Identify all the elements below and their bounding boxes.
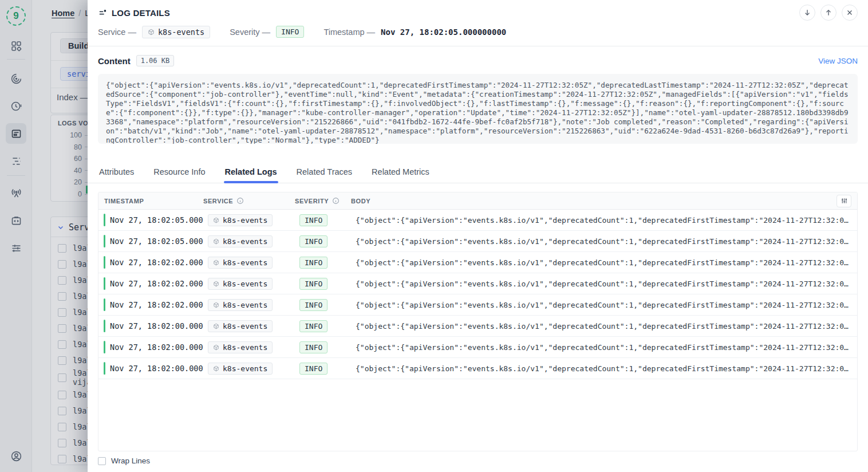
content-heading: Content [98, 56, 131, 66]
row-timestamp: Nov 27, 18:02:05.000 [110, 237, 208, 246]
cube-icon [213, 365, 219, 372]
column-sliders-icon [841, 197, 848, 204]
wrap-lines-label: Wrap Lines [111, 457, 150, 465]
cube-icon [213, 302, 219, 308]
row-body: {"object":{"apiVersion":"events.k8s.io/v… [356, 216, 857, 225]
row-body: {"object":{"apiVersion":"events.k8s.io/v… [356, 343, 857, 352]
timestamp-meta-label: Timestamp — [323, 27, 375, 37]
table-row[interactable]: Nov 27, 18:02:00.000 k8s-events INFO {"o… [98, 358, 857, 379]
row-body: {"object":{"apiVersion":"events.k8s.io/v… [356, 258, 857, 267]
severity-meta-label: Severity — [230, 27, 270, 37]
severity-badge: INFO [299, 214, 328, 226]
tab-related-logs[interactable]: Related Logs [224, 163, 278, 183]
row-body: {"object":{"apiVersion":"events.k8s.io/v… [356, 364, 857, 373]
row-timestamp: Nov 27, 18:02:00.000 [110, 343, 208, 352]
column-header-severity[interactable]: SEVERITY [295, 197, 351, 204]
severity-badge: INFO [299, 257, 328, 269]
cube-icon [148, 29, 155, 36]
close-drawer-button[interactable] [842, 5, 858, 21]
service-badge[interactable]: k8s-events [208, 363, 273, 375]
service-badge[interactable]: k8s-events [208, 299, 273, 311]
drawer-header: LOG DETAILS Service — k8s-events [88, 0, 868, 46]
service-badge[interactable]: k8s-events [208, 214, 273, 226]
table-row[interactable]: Nov 27, 18:02:00.000 k8s-events INFO {"o… [98, 316, 857, 337]
row-severity-cell: INFO [299, 320, 356, 332]
table-row[interactable]: Nov 27, 18:02:00.000 k8s-events INFO {"o… [98, 337, 857, 358]
severity-indicator-bar [104, 256, 105, 269]
service-badge[interactable]: k8s-events [208, 235, 273, 247]
table-row[interactable]: Nov 27, 18:02:02.000 k8s-events INFO {"o… [98, 273, 857, 294]
table-body: Nov 27, 18:02:05.000 k8s-events INFO {"o… [98, 210, 857, 379]
row-severity-cell: INFO [299, 214, 356, 226]
drawer-footer: Wrap Lines [88, 451, 868, 472]
severity-indicator-bar [104, 298, 105, 311]
arrow-up-icon [824, 9, 833, 17]
column-header-service[interactable]: SERVICE [203, 197, 295, 204]
service-badge[interactable]: k8s-events [208, 320, 273, 332]
content-size-badge: 1.06 KB [136, 55, 175, 66]
row-timestamp: Nov 27, 18:02:00.000 [110, 321, 208, 331]
row-severity-cell: INFO [299, 235, 356, 247]
column-header-timestamp[interactable]: TIMESTAMP [98, 198, 203, 204]
view-json-link[interactable]: View JSON [818, 57, 858, 65]
table-header-row: TIMESTAMP SERVICE SEVERITY BODY [98, 192, 857, 210]
column-settings-button[interactable] [837, 195, 851, 207]
service-badge[interactable]: k8s-events [208, 341, 273, 353]
severity-indicator-bar [104, 320, 105, 332]
drawer-title-group: LOG DETAILS [98, 8, 170, 18]
row-severity-cell: INFO [299, 341, 356, 353]
log-details-icon [98, 8, 108, 18]
table-row[interactable]: Nov 27, 18:02:05.000 k8s-events INFO {"o… [98, 231, 857, 252]
next-log-button[interactable] [799, 5, 815, 21]
row-body: {"object":{"apiVersion":"events.k8s.io/v… [356, 301, 857, 309]
cube-icon [213, 217, 219, 223]
log-body-content[interactable]: {"object":{"apiVersion":"events.k8s.io/v… [98, 74, 858, 144]
row-service-cell: k8s-events [208, 363, 299, 375]
row-timestamp: Nov 27, 18:02:05.000 [110, 215, 208, 225]
close-icon [846, 9, 854, 17]
severity-indicator-bar [104, 341, 105, 353]
related-logs-table: TIMESTAMP SERVICE SEVERITY BODY Nov 27, … [98, 192, 858, 451]
row-service-cell: k8s-events [208, 341, 299, 353]
table-row[interactable]: Nov 27, 18:02:02.000 k8s-events INFO {"o… [98, 252, 857, 273]
row-service-cell: k8s-events [208, 257, 299, 269]
arrow-down-icon [803, 9, 811, 17]
service-badge[interactable]: k8s-events [142, 26, 210, 38]
row-timestamp: Nov 27, 18:02:02.000 [110, 258, 208, 267]
row-service-cell: k8s-events [208, 214, 299, 226]
row-body: {"object":{"apiVersion":"events.k8s.io/v… [356, 237, 857, 246]
row-timestamp: Nov 27, 18:02:02.000 [110, 300, 208, 309]
service-meta-label: Service — [98, 27, 136, 37]
table-row[interactable]: Nov 27, 18:02:02.000 k8s-events INFO {"o… [98, 294, 857, 316]
log-details-drawer: LOG DETAILS Service — k8s-events [88, 0, 868, 472]
tab-related-traces[interactable]: Related Traces [295, 163, 354, 183]
tab-related-metrics[interactable]: Related Metrics [370, 163, 431, 183]
row-severity-cell: INFO [299, 278, 356, 290]
previous-log-button[interactable] [820, 5, 837, 21]
timestamp-value: Nov 27, 18:02:05.000000000 [381, 27, 506, 37]
cube-icon [213, 281, 219, 287]
drawer-tabs: AttributesResource InfoRelated LogsRelat… [88, 163, 868, 183]
row-body: {"object":{"apiVersion":"events.k8s.io/v… [356, 322, 857, 331]
service-badge-label: k8s-events [158, 27, 204, 37]
column-header-body[interactable]: BODY [351, 198, 837, 204]
severity-badge: INFO [299, 278, 328, 290]
table-row[interactable]: Nov 27, 18:02:05.000 k8s-events INFO {"o… [98, 210, 857, 231]
severity-badge: INFO [299, 341, 328, 353]
row-severity-cell: INFO [299, 363, 356, 375]
severity-badge: INFO [299, 299, 328, 311]
tab-attributes[interactable]: Attributes [98, 163, 135, 183]
severity-badge: INFO [299, 235, 328, 247]
severity-indicator-bar [104, 277, 105, 290]
service-badge[interactable]: k8s-events [208, 257, 273, 269]
info-icon [332, 197, 340, 204]
info-icon [236, 197, 244, 204]
row-service-cell: k8s-events [208, 235, 299, 247]
cube-icon [213, 323, 219, 329]
service-badge[interactable]: k8s-events [208, 278, 273, 290]
row-timestamp: Nov 27, 18:02:00.000 [110, 364, 208, 373]
content-section: Content 1.06 KB View JSON {"object":{"ap… [88, 46, 868, 144]
tab-resource-info[interactable]: Resource Info [152, 163, 206, 183]
wrap-lines-checkbox[interactable] [98, 457, 106, 465]
severity-indicator-bar [104, 214, 105, 226]
